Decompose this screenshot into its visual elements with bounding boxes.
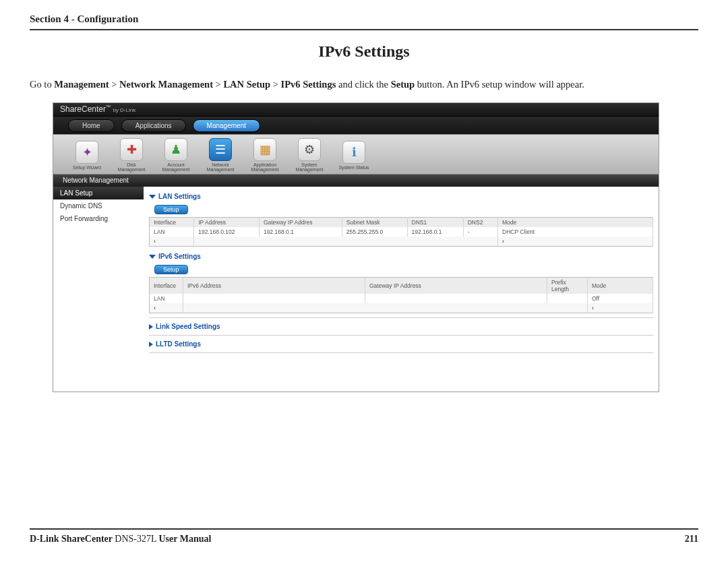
instruction-text: Go to Management > Network Management > …	[30, 77, 698, 92]
instr-path2: Network Management	[119, 79, 213, 90]
th-dns1: DNS1	[407, 218, 463, 228]
scroll-left-icon[interactable]: ‹	[150, 237, 194, 247]
panel-lltd-header[interactable]: LLTD Settings	[149, 338, 653, 350]
sidebar-item-dynamic-dns[interactable]: Dynamic DNS	[53, 199, 144, 212]
td-ipv6-address	[183, 294, 365, 303]
td-dns1: 192.168.0.1	[407, 227, 463, 237]
chevron-down-icon	[149, 255, 156, 259]
panel-lan-settings-header[interactable]: LAN Settings	[149, 191, 653, 202]
sidebar: LAN Setup Dynamic DNS Port Forwarding	[53, 187, 144, 392]
th-gateway: Gateway IP Addres	[259, 218, 342, 228]
ipv6-table: Interface IPv6 Address Gateway IP Addres…	[149, 277, 653, 313]
td-ip: 192.168.0.102	[194, 227, 260, 237]
panel-ipv6-settings-header[interactable]: IPv6 Settings	[149, 251, 653, 262]
panel-title: LAN Settings	[158, 193, 201, 200]
th-mask: Subnet Mask	[342, 218, 407, 228]
product-name: ShareCenter	[60, 104, 106, 114]
th-ip: IP Address	[194, 218, 260, 228]
table-scrollbar[interactable]: ‹ ›	[150, 237, 653, 247]
panel-title: Link Speed Settings	[156, 323, 220, 330]
screenshot: ShareCenter™ by D-Link Home Applications…	[53, 102, 659, 392]
icon-label: Network Management	[203, 162, 238, 172]
panel-title: IPv6 Settings	[158, 253, 201, 260]
instr-path1: Management	[54, 79, 109, 90]
icon-setup-wizard[interactable]: ✦Setup Wizard	[69, 141, 104, 170]
icon-label: Disk Management	[114, 162, 149, 172]
icon-account-management[interactable]: ♟Account Management	[158, 138, 193, 172]
footer-tail: User Manual	[158, 534, 211, 544]
status-icon: ℹ	[342, 141, 365, 164]
panel-link-speed-header[interactable]: Link Speed Settings	[149, 321, 653, 332]
divider	[149, 317, 653, 318]
th-ipv6-address: IPv6 Address	[183, 278, 365, 294]
product-byline: by D-Link	[113, 107, 135, 113]
sidebar-item-lan-setup[interactable]: LAN Setup	[53, 187, 144, 199]
app-icon: ▦	[253, 138, 276, 161]
tab-management[interactable]: Management	[193, 119, 260, 132]
icon-label: Application Management	[247, 162, 282, 172]
network-icon: ☰	[209, 138, 232, 161]
footer-model: DNS-327L	[115, 534, 158, 544]
table-row[interactable]: LAN Off	[150, 294, 653, 303]
instr-post: button. An IPv6 setup window will appear…	[417, 79, 584, 90]
th-prefix-length: Prefix Length	[547, 278, 588, 294]
icon-toolbar: ✦Setup Wizard ✚Disk Management ♟Account …	[53, 134, 659, 175]
instr-btn: Setup	[391, 79, 415, 90]
ipv6-setup-button[interactable]: Setup	[154, 265, 188, 274]
system-icon: ⚙	[298, 138, 321, 161]
instr-sep1: >	[111, 79, 119, 90]
table-header-row: Interface IP Address Gateway IP Addres S…	[150, 218, 653, 228]
table-row[interactable]: LAN 192.168.0.102 192.168.0.1 255.255.25…	[150, 227, 653, 237]
footer-left: D-Link ShareCenter DNS-327L User Manual	[30, 534, 211, 544]
td-dns2: -	[463, 227, 497, 237]
td-mode: DHCP Client	[498, 227, 653, 237]
icon-network-management[interactable]: ☰Network Management	[203, 138, 238, 172]
divider	[149, 352, 653, 353]
divider	[149, 335, 653, 336]
table-scrollbar[interactable]: ‹ ›	[150, 303, 653, 313]
page-number: 211	[685, 534, 698, 544]
account-icon: ♟	[164, 138, 187, 161]
th-interface: Interface	[150, 218, 194, 228]
scroll-right-icon[interactable]: ›	[588, 303, 653, 313]
icon-label: System Management	[292, 162, 327, 172]
content-panel: LAN Settings Setup Interface IP Address …	[144, 187, 659, 392]
instr-mid: and click the	[338, 79, 391, 90]
page-title: IPv6 Settings	[30, 42, 698, 61]
td-gateway: 192.168.0.1	[259, 227, 342, 237]
section-header: Section 4 - Configuration	[30, 13, 698, 30]
chevron-right-icon	[149, 324, 153, 330]
th-dns2: DNS2	[463, 218, 497, 228]
scroll-right-icon[interactable]: ›	[498, 237, 653, 247]
td-mask: 255.255.255.0	[342, 227, 407, 237]
icon-system-management[interactable]: ⚙System Management	[292, 138, 327, 172]
td-prefix-length	[547, 294, 588, 303]
scroll-left-icon[interactable]: ‹	[150, 303, 183, 313]
icon-label: System Status	[336, 165, 371, 170]
icon-system-status[interactable]: ℹSystem Status	[336, 141, 371, 170]
product-tm: ™	[106, 104, 111, 109]
page-footer: D-Link ShareCenter DNS-327L User Manual …	[30, 528, 698, 544]
td-gateway	[365, 294, 547, 303]
instr-path4: IPv6 Settings	[281, 79, 336, 90]
lan-setup-button[interactable]: Setup	[154, 205, 188, 214]
icon-application-management[interactable]: ▦Application Management	[247, 138, 282, 172]
tab-home[interactable]: Home	[68, 119, 115, 132]
panel-title: LLTD Settings	[156, 340, 201, 348]
sidebar-item-port-forwarding[interactable]: Port Forwarding	[53, 212, 144, 225]
product-bar: ShareCenter™ by D-Link	[53, 103, 659, 117]
instr-path3: LAN Setup	[223, 79, 270, 90]
section-bar: Network Management	[53, 175, 659, 187]
tab-applications[interactable]: Applications	[121, 119, 186, 132]
icon-disk-management[interactable]: ✚Disk Management	[114, 138, 149, 172]
footer-lead: D-Link ShareCenter	[30, 534, 115, 544]
icon-label: Setup Wizard	[69, 165, 104, 170]
td-interface: LAN	[150, 294, 183, 303]
th-gateway: Gateway IP Address	[365, 278, 547, 294]
chevron-right-icon	[149, 342, 153, 347]
th-mode: Mode	[498, 218, 653, 228]
instr-sep2: >	[216, 79, 224, 90]
chevron-down-icon	[149, 195, 156, 199]
th-interface: Interface	[150, 278, 183, 294]
nav-tabs: Home Applications Management	[53, 117, 659, 134]
